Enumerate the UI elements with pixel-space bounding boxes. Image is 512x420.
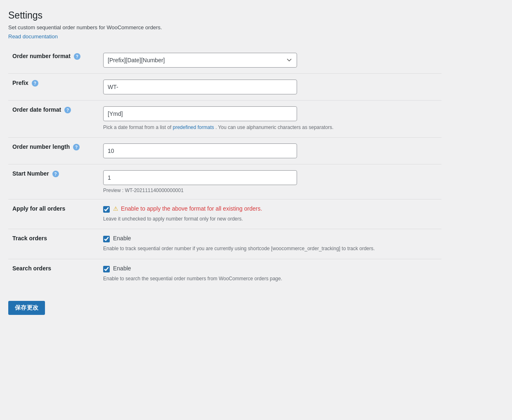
search-orders-label: Enable (113, 265, 131, 272)
warning-icon: ⚠ (113, 205, 118, 212)
row-order-number-format: Order number format ? [Prefix][Date][Num… (8, 47, 441, 74)
label-order-date-format: Order date format ? (8, 101, 99, 138)
search-orders-help: Enable to search the sequential order nu… (103, 275, 433, 283)
label-apply-all-orders: Apply for all orders (8, 199, 99, 229)
start-number-preview: Preview : WT-202111140000000001 (103, 188, 437, 193)
search-orders-checkbox[interactable] (103, 266, 110, 272)
label-prefix: Prefix ? (8, 74, 99, 101)
track-orders-checkbox[interactable] (103, 236, 110, 242)
help-icon-start-number[interactable]: ? (52, 171, 59, 177)
search-orders-checkbox-row: Enable (103, 265, 437, 272)
label-search-orders: Search orders (8, 259, 99, 289)
help-icon-order-number-length[interactable]: ? (73, 144, 80, 150)
apply-all-orders-warning: ⚠ Enable to apply the above format for a… (113, 205, 262, 212)
order-date-format-help: Pick a date format from a list of predef… (103, 124, 433, 131)
field-order-number-format: [Prefix][Date][Number][Prefix][Number][N… (99, 47, 441, 74)
apply-all-orders-checkbox-row: ⚠ Enable to apply the above format for a… (103, 205, 437, 213)
apply-all-orders-checkbox[interactable] (103, 206, 110, 213)
field-apply-all-orders: ⚠ Enable to apply the above format for a… (99, 199, 441, 229)
settings-container: Settings Set custom sequential order num… (0, 0, 454, 331)
save-button[interactable]: 保存更改 (8, 301, 45, 315)
label-order-number-length: Order number length ? (8, 138, 99, 164)
settings-table: Order number format ? [Prefix][Date][Num… (8, 47, 441, 289)
track-orders-checkbox-row: Enable (103, 235, 437, 242)
row-start-number: Start Number ? Preview : WT-202111140000… (8, 164, 441, 199)
label-order-number-format: Order number format ? (8, 47, 99, 74)
order-number-length-input[interactable] (103, 143, 297, 158)
page-subtitle: Set custom sequential order numbers for … (8, 24, 441, 31)
help-icon-prefix[interactable]: ? (32, 80, 38, 87)
row-track-orders: Track orders Enable Enable to track sequ… (8, 229, 441, 259)
label-track-orders: Track orders (8, 229, 99, 259)
help-icon-order-date-format[interactable]: ? (64, 107, 71, 113)
field-order-number-length (99, 138, 441, 164)
help-icon-order-number-format[interactable]: ? (74, 53, 80, 60)
field-track-orders: Enable Enable to track sequential order … (99, 229, 441, 259)
field-prefix (99, 74, 441, 101)
read-doc-link[interactable]: Read documentation (8, 33, 58, 40)
label-start-number: Start Number ? (8, 164, 99, 199)
field-order-date-format: Pick a date format from a list of predef… (99, 101, 441, 138)
order-date-format-input[interactable] (103, 106, 297, 121)
predefined-formats-link[interactable]: predefined formats (173, 124, 214, 130)
start-number-input[interactable] (103, 170, 297, 185)
prefix-input[interactable] (103, 80, 297, 94)
field-start-number: Preview : WT-202111140000000001 (99, 164, 441, 199)
field-search-orders: Enable Enable to search the sequential o… (99, 259, 441, 289)
row-order-date-format: Order date format ? Pick a date format f… (8, 101, 441, 138)
track-orders-help: Enable to track sequential order number … (103, 245, 433, 253)
row-search-orders: Search orders Enable Enable to search th… (8, 259, 441, 289)
row-prefix: Prefix ? (8, 74, 441, 101)
page-title: Settings (8, 10, 441, 21)
row-order-number-length: Order number length ? (8, 138, 441, 164)
order-number-format-select[interactable]: [Prefix][Date][Number][Prefix][Number][N… (103, 53, 297, 68)
track-orders-label: Enable (113, 235, 131, 242)
apply-all-orders-help: Leave it unchecked to apply number forma… (103, 215, 433, 223)
row-apply-all-orders: Apply for all orders ⚠ Enable to apply t… (8, 199, 441, 229)
